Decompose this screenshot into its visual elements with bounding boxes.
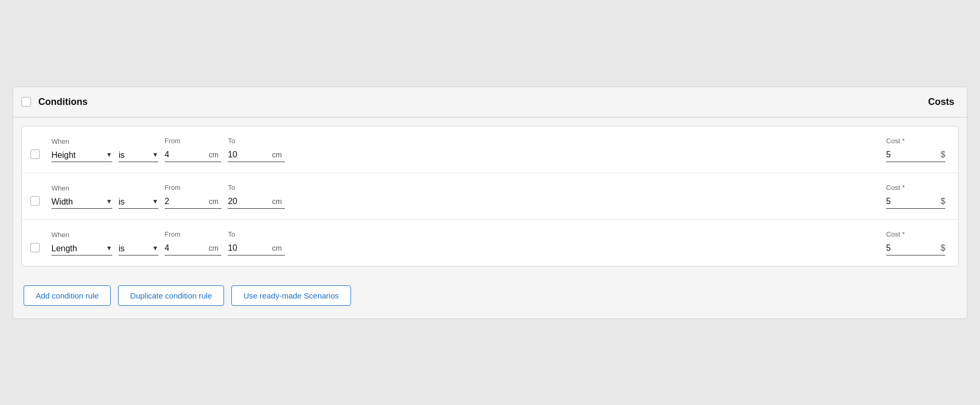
row3-condition-select[interactable]: Height Width Length Weight	[51, 242, 104, 255]
row1-is-wrapper: is is not ▼	[119, 148, 158, 162]
table-row: When Height Width Length Weight ▼ x is	[22, 126, 958, 173]
row1-when-label: When	[51, 137, 112, 145]
row2-is-wrapper: is is not ▼	[119, 195, 158, 209]
row1-from-unit: cm	[209, 148, 222, 161]
row2-when-label: When	[51, 184, 112, 192]
row1-condition-wrapper: Height Width Length Weight ▼	[51, 148, 112, 162]
row1-cost-label: Cost *	[886, 137, 945, 145]
row3-from-input[interactable]	[165, 241, 207, 255]
row1-is-arrow: ▼	[152, 151, 158, 158]
row1-cost-group: Cost * $	[886, 137, 945, 162]
add-condition-button[interactable]: Add condition rule	[24, 285, 111, 306]
row2-to-group: To cm	[228, 184, 285, 209]
row3-when-label: When	[51, 231, 112, 239]
row1-is-group: x is is not ▼	[119, 137, 158, 162]
row1-to-unit: cm	[272, 148, 285, 161]
row1-is-spacer: x	[119, 137, 158, 145]
row3-is-wrapper: is is not ▼	[119, 242, 158, 255]
row1-to-input[interactable]	[228, 148, 270, 162]
row3-from-group: From cm	[165, 230, 222, 255]
row2-to-input[interactable]	[228, 195, 270, 208]
row1-checkbox[interactable]	[30, 150, 40, 159]
header-costs-label: Costs	[928, 97, 954, 108]
row1-to-group: To cm	[228, 137, 285, 162]
duplicate-condition-button[interactable]: Duplicate condition rule	[118, 285, 224, 306]
row1-checkbox-col	[30, 150, 45, 162]
row1-to-wrapper: cm	[228, 148, 285, 162]
row1-from-input[interactable]	[165, 148, 207, 162]
row2-checkbox-col	[30, 196, 45, 209]
row3-from-wrapper: cm	[165, 241, 222, 255]
row3-cost-label: Cost *	[886, 230, 945, 238]
row3-checkbox[interactable]	[30, 243, 40, 252]
row3-when-group: When Height Width Length Weight ▼	[51, 231, 112, 255]
row2-condition-arrow: ▼	[106, 198, 112, 205]
row3-checkbox-col	[30, 243, 45, 255]
table-row: When Height Width Length Weight ▼ x is	[22, 220, 958, 266]
row1-condition-arrow: ▼	[106, 151, 112, 158]
row3-cost-wrapper: $	[886, 241, 945, 255]
row3-to-wrapper: cm	[228, 241, 285, 255]
outer-card: Conditions Costs When Height Width Lengt…	[13, 87, 967, 319]
row3-to-unit: cm	[272, 242, 285, 254]
row2-from-wrapper: cm	[165, 195, 222, 209]
row2-from-group: From cm	[165, 184, 222, 209]
row2-cost-group: Cost * $	[886, 184, 945, 209]
row2-to-wrapper: cm	[228, 195, 285, 209]
row3-from-unit: cm	[209, 242, 222, 254]
row3-condition-wrapper: Height Width Length Weight ▼	[51, 242, 112, 255]
header-row: Conditions Costs	[13, 87, 967, 118]
row2-to-label: To	[228, 184, 285, 191]
row2-from-input[interactable]	[165, 195, 207, 208]
row2-is-select[interactable]: is is not	[119, 195, 150, 208]
row2-is-group: x is is not ▼	[119, 184, 158, 209]
row3-is-select[interactable]: is is not	[119, 242, 150, 255]
row2-currency: $	[941, 195, 945, 208]
header-left: Conditions	[22, 97, 88, 108]
header-checkbox[interactable]	[22, 97, 31, 106]
row3-is-spacer: x	[119, 231, 158, 239]
row1-currency: $	[941, 148, 945, 162]
row1-cost-wrapper: $	[886, 148, 945, 162]
row1-from-wrapper: cm	[165, 148, 222, 162]
inner-card: When Height Width Length Weight ▼ x is	[22, 126, 958, 267]
row1-to-label: To	[228, 137, 285, 145]
row3-cost-input[interactable]	[886, 241, 939, 255]
row2-checkbox[interactable]	[30, 196, 40, 206]
row3-to-label: To	[228, 230, 285, 238]
row3-condition-arrow: ▼	[106, 244, 112, 252]
row2-cost-input[interactable]	[886, 195, 939, 208]
row3-is-arrow: ▼	[152, 244, 158, 252]
row2-is-spacer: x	[119, 184, 158, 192]
row3-currency: $	[941, 241, 945, 255]
table-row: When Height Width Length Weight ▼ x is	[22, 173, 958, 220]
use-scenarios-button[interactable]: Use ready-made Scenarios	[231, 285, 351, 306]
row2-when-group: When Height Width Length Weight ▼	[51, 184, 112, 209]
row3-to-group: To cm	[228, 230, 285, 255]
row2-cost-label: Cost *	[886, 184, 945, 191]
row2-is-arrow: ▼	[152, 198, 158, 205]
buttons-row: Add condition rule Duplicate condition r…	[13, 275, 967, 318]
row2-to-unit: cm	[272, 195, 285, 208]
row3-to-input[interactable]	[228, 241, 270, 255]
row2-condition-select[interactable]: Height Width Length Weight	[51, 195, 104, 208]
row2-cost-wrapper: $	[886, 195, 945, 209]
row2-condition-wrapper: Height Width Length Weight ▼	[51, 195, 112, 209]
row1-from-label: From	[165, 137, 222, 145]
row3-cost-group: Cost * $	[886, 230, 945, 255]
header-title: Conditions	[38, 97, 88, 108]
row3-from-label: From	[165, 230, 222, 238]
row2-from-unit: cm	[209, 195, 222, 208]
row1-is-select[interactable]: is is not	[119, 148, 150, 162]
row1-from-group: From cm	[165, 137, 222, 162]
row3-is-group: x is is not ▼	[119, 231, 158, 255]
row2-from-label: From	[165, 184, 222, 191]
row1-cost-input[interactable]	[886, 148, 939, 162]
row1-when-group: When Height Width Length Weight ▼	[51, 137, 112, 162]
row1-condition-select[interactable]: Height Width Length Weight	[51, 148, 104, 162]
